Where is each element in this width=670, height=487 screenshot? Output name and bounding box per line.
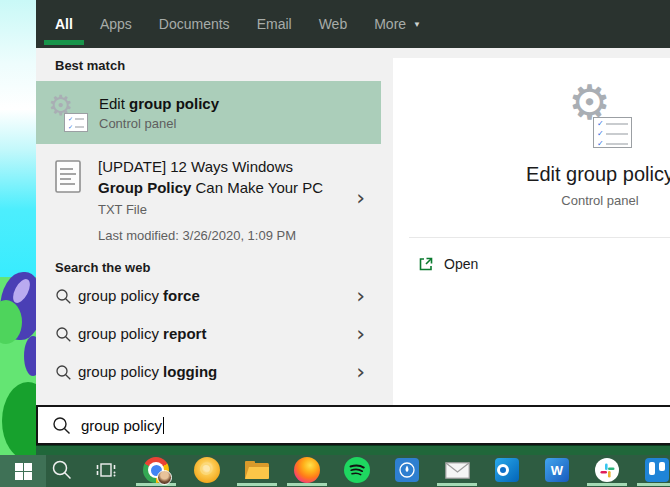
chevron-down-icon: ▼ xyxy=(413,20,421,29)
search-icon xyxy=(51,459,73,481)
taskbar: W xyxy=(0,455,670,487)
file-explorer-icon[interactable] xyxy=(244,457,270,483)
search-icon xyxy=(55,326,72,343)
search-input[interactable]: group policy xyxy=(36,405,670,445)
word-icon[interactable]: W xyxy=(544,457,570,483)
best-match-header: Best match xyxy=(55,58,125,73)
outlook-o-icon xyxy=(497,464,509,476)
group-policy-icon: ⚙ ✓ ✓ xyxy=(50,95,86,131)
best-match-title: Edit group policy xyxy=(99,95,219,112)
chevron-right-icon[interactable]: › xyxy=(356,283,365,308)
preview-subtitle: Control panel xyxy=(393,193,670,208)
search-the-web-header: Search the web xyxy=(55,260,150,275)
preview-divider xyxy=(409,237,670,238)
blue-emblem-app-icon[interactable] xyxy=(394,457,420,483)
chevron-right-icon[interactable]: › xyxy=(356,321,365,346)
checklist-icon: ✓ ✓ xyxy=(64,113,88,132)
folder-icon xyxy=(244,459,270,481)
best-match-result[interactable]: ⚙ ✓ ✓ Edit group policy Control panel xyxy=(36,81,381,144)
spotify-icon[interactable] xyxy=(344,457,370,483)
task-view-button[interactable] xyxy=(93,457,119,483)
document-result[interactable]: [UPDATE] 12 Ways Windows Group Policy Ca… xyxy=(36,150,381,247)
checklist-icon: ✓ ✓ ✓ xyxy=(593,117,632,148)
check-icon: ✓ xyxy=(68,116,73,122)
outlook-icon[interactable] xyxy=(494,457,520,483)
document-title-line2: Group Policy Can Make Your PC xyxy=(98,177,338,198)
windows-search-screen: All Apps Documents Email Web More ▼ Best… xyxy=(0,0,670,487)
envelope-icon xyxy=(445,462,470,479)
windows-logo-icon xyxy=(15,463,32,480)
search-icon xyxy=(55,288,72,305)
chrome-icon[interactable] xyxy=(143,457,169,483)
document-last-modified: Last modified: 3/26/2020, 1:09 PM xyxy=(98,228,338,243)
trello-icon[interactable] xyxy=(644,457,670,483)
tab-web[interactable]: Web xyxy=(308,0,359,48)
tab-email[interactable]: Email xyxy=(246,0,303,48)
best-match-subtitle: Control panel xyxy=(99,116,219,131)
firefox-icon[interactable] xyxy=(294,457,320,483)
web-suggestion-report[interactable]: group policy report › xyxy=(36,316,381,354)
running-indicator-firefox xyxy=(287,483,327,486)
running-indicator-slack xyxy=(587,483,627,486)
chrome-canary-icon[interactable] xyxy=(194,457,220,483)
document-file-type: TXT File xyxy=(98,202,338,217)
title-bold: group policy xyxy=(129,95,219,112)
running-indicator-mail xyxy=(437,483,477,486)
text-document-icon xyxy=(55,160,81,193)
start-button[interactable] xyxy=(0,455,46,487)
search-icon xyxy=(52,416,71,435)
web-suggestion-label: group policy report xyxy=(78,325,206,342)
slack-icon[interactable] xyxy=(594,457,620,483)
web-suggestion-label: group policy logging xyxy=(78,363,217,380)
tab-email-label: Email xyxy=(257,16,292,32)
open-external-icon xyxy=(418,256,434,272)
suggestion-bold: force xyxy=(163,287,200,304)
slack-hash-icon xyxy=(600,463,615,478)
preview-title: Edit group policy xyxy=(393,163,670,186)
web-suggestion-force[interactable]: group policy force › xyxy=(36,278,381,316)
wallpaper-dark-circle xyxy=(2,382,36,455)
doc-regular: Can Make Your PC xyxy=(191,179,323,196)
chevron-right-icon[interactable]: › xyxy=(356,359,365,384)
desktop-wallpaper xyxy=(0,0,36,455)
tab-apps[interactable]: Apps xyxy=(89,0,143,48)
search-filter-tabbar: All Apps Documents Email Web More ▼ xyxy=(36,0,670,48)
tab-all[interactable]: All xyxy=(44,0,84,48)
tab-documents[interactable]: Documents xyxy=(148,0,241,48)
search-window-bottom-strip xyxy=(36,445,670,455)
chrome-profile-avatar xyxy=(157,470,172,485)
mail-icon[interactable] xyxy=(444,457,470,483)
chevron-right-icon[interactable]: › xyxy=(356,184,365,209)
preview-pane: ⚙ ✓ ✓ ✓ Edit group policy Control panel … xyxy=(393,58,670,407)
taskbar-search-button[interactable] xyxy=(49,457,75,483)
trello-card-right xyxy=(659,462,665,471)
tab-apps-label: Apps xyxy=(100,16,132,32)
check-icon: ✓ xyxy=(68,124,73,130)
check-icon: ✓ xyxy=(597,140,604,148)
spotify-waves-icon xyxy=(348,462,366,478)
tab-more[interactable]: More ▼ xyxy=(363,0,432,48)
web-suggestion-label: group policy force xyxy=(78,287,200,304)
tab-more-label: More xyxy=(374,16,406,32)
open-action[interactable]: Open xyxy=(418,256,478,272)
suggestion-bold: logging xyxy=(163,363,217,380)
trello-card-left xyxy=(649,462,655,475)
open-label: Open xyxy=(444,256,478,272)
running-indicator-chrome xyxy=(136,483,176,486)
suggestion-prefix: group policy xyxy=(78,287,163,304)
check-icon: ✓ xyxy=(597,130,604,138)
emblem-icon xyxy=(397,460,417,480)
doc-bold: Group Policy xyxy=(98,179,191,196)
wallpaper-flower-2 xyxy=(24,336,36,376)
running-indicator-trello xyxy=(637,483,670,486)
group-policy-icon-large: ⚙ ✓ ✓ ✓ xyxy=(568,84,632,148)
search-input-value: group policy xyxy=(81,417,162,434)
suggestion-prefix: group policy xyxy=(78,325,163,342)
web-suggestion-logging[interactable]: group policy logging › xyxy=(36,354,381,392)
tab-all-label: All xyxy=(55,16,73,32)
word-letter: W xyxy=(551,463,563,478)
search-icon xyxy=(55,364,72,381)
tab-documents-label: Documents xyxy=(159,16,230,32)
suggestion-prefix: group policy xyxy=(78,363,163,380)
suggestion-bold: report xyxy=(163,325,206,342)
